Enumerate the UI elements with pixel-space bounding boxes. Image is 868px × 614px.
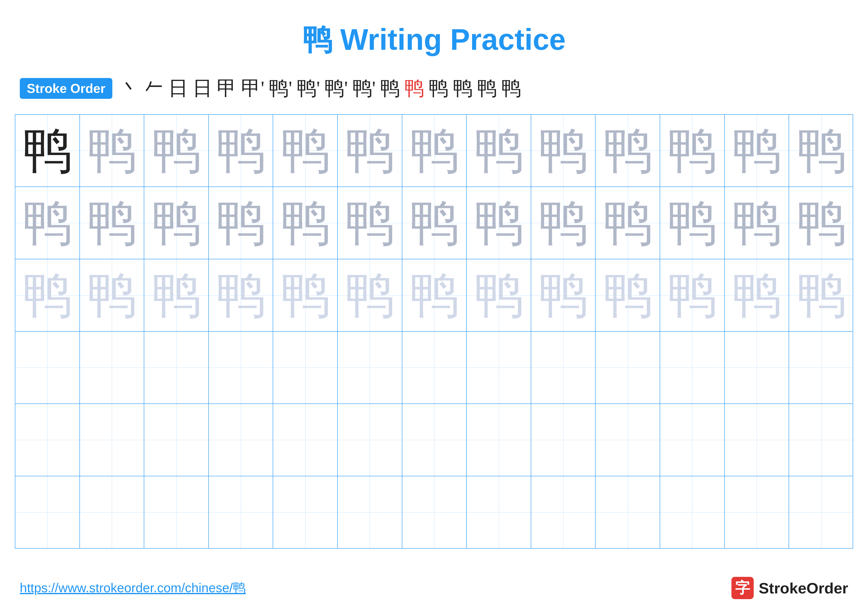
stroke-10: 鸭' <box>352 75 376 102</box>
page-title: 鸭 Writing Practice <box>0 0 868 70</box>
char-display: 鸭 <box>732 198 781 248</box>
cell-2-6: 鸭 <box>338 187 402 259</box>
cell-2-7: 鸭 <box>402 187 467 259</box>
cell-4-13[interactable] <box>789 332 854 404</box>
cell-1-11: 鸭 <box>660 115 725 187</box>
stroke-12: 鸭 <box>404 75 424 102</box>
cell-5-12[interactable] <box>725 404 789 476</box>
cell-4-11[interactable] <box>660 332 725 404</box>
practice-grid: 鸭 鸭 鸭 鸭 鸭 鸭 鸭 鸭 鸭 鸭 鸭 鸭 鸭 鸭 鸭 鸭 鸭 鸭 鸭 鸭 … <box>15 114 853 549</box>
cell-1-12: 鸭 <box>725 115 789 187</box>
cell-1-6: 鸭 <box>338 115 402 187</box>
cell-6-12[interactable] <box>725 476 789 548</box>
grid-row-5 <box>16 404 852 476</box>
cell-4-10[interactable] <box>595 332 660 404</box>
cell-5-9[interactable] <box>531 404 596 476</box>
char-display: 鸭 <box>474 270 524 320</box>
cell-3-1: 鸭 <box>16 259 80 331</box>
char-display: 鸭 <box>23 198 72 248</box>
cell-3-5: 鸭 <box>273 259 338 331</box>
char-display: 鸭 <box>216 270 265 320</box>
stroke-9: 鸭' <box>324 75 348 102</box>
cell-3-9: 鸭 <box>531 259 596 331</box>
cell-6-13[interactable] <box>789 476 854 548</box>
cell-1-3: 鸭 <box>144 115 209 187</box>
stroke-13: 鸭 <box>429 75 448 102</box>
stroke-5: 甲 <box>217 75 237 102</box>
cell-6-11[interactable] <box>660 476 725 548</box>
char-display: 鸭 <box>538 126 588 176</box>
stroke-1: 丶 <box>120 75 140 102</box>
cell-4-8[interactable] <box>467 332 531 404</box>
cell-6-9[interactable] <box>531 476 596 548</box>
cell-4-2[interactable] <box>80 332 144 404</box>
cell-5-4[interactable] <box>209 404 273 476</box>
cell-6-4[interactable] <box>209 476 273 548</box>
cell-2-1: 鸭 <box>16 187 80 259</box>
stroke-2: 𠂉 <box>144 77 164 100</box>
char-display: 鸭 <box>797 198 846 248</box>
char-display: 鸭 <box>345 270 394 320</box>
char-display: 鸭 <box>667 270 717 320</box>
cell-6-6[interactable] <box>338 476 402 548</box>
cell-6-5[interactable] <box>273 476 338 548</box>
footer-url[interactable]: https://www.strokeorder.com/chinese/鸭 <box>20 579 246 597</box>
cell-1-13: 鸭 <box>789 115 854 187</box>
cell-5-6[interactable] <box>338 404 402 476</box>
char-display: 鸭 <box>87 270 136 320</box>
cell-6-2[interactable] <box>80 476 144 548</box>
stroke-4: 日 <box>192 75 212 102</box>
cell-4-4[interactable] <box>209 332 273 404</box>
cell-5-5[interactable] <box>273 404 338 476</box>
char-display: 鸭 <box>797 126 846 176</box>
cell-5-2[interactable] <box>80 404 144 476</box>
stroke-6: 甲' <box>241 75 264 102</box>
char-display: 鸭 <box>23 126 72 176</box>
cell-1-5: 鸭 <box>273 115 338 187</box>
cell-4-1[interactable] <box>16 332 80 404</box>
cell-3-12: 鸭 <box>725 259 789 331</box>
cell-3-11: 鸭 <box>660 259 725 331</box>
cell-3-7: 鸭 <box>402 259 467 331</box>
cell-6-3[interactable] <box>144 476 209 548</box>
cell-3-10: 鸭 <box>595 259 660 331</box>
cell-1-10: 鸭 <box>595 115 660 187</box>
grid-row-3: 鸭 鸭 鸭 鸭 鸭 鸭 鸭 鸭 鸭 鸭 鸭 鸭 鸭 <box>16 259 852 332</box>
cell-2-3: 鸭 <box>144 187 209 259</box>
cell-4-5[interactable] <box>273 332 338 404</box>
cell-3-13: 鸭 <box>789 259 854 331</box>
char-display: 鸭 <box>603 270 653 320</box>
cell-5-13[interactable] <box>789 404 854 476</box>
cell-3-4: 鸭 <box>209 259 273 331</box>
cell-6-1[interactable] <box>16 476 80 548</box>
cell-5-11[interactable] <box>660 404 725 476</box>
cell-4-12[interactable] <box>725 332 789 404</box>
char-display: 鸭 <box>409 126 459 176</box>
title-char: 鸭 <box>302 23 332 56</box>
char-display: 鸭 <box>667 126 717 176</box>
cell-5-1[interactable] <box>16 404 80 476</box>
cell-1-8: 鸭 <box>467 115 531 187</box>
cell-4-6[interactable] <box>338 332 402 404</box>
cell-6-10[interactable] <box>595 476 660 548</box>
cell-5-8[interactable] <box>467 404 531 476</box>
cell-4-3[interactable] <box>144 332 209 404</box>
cell-5-3[interactable] <box>144 404 209 476</box>
stroke-7: 鸭' <box>269 75 292 102</box>
stroke-order-chars: 丶 𠂉 日 日 甲 甲' 鸭' 鸭' 鸭' 鸭' 鸭 鸭 鸭 鸭 鸭 鸭 <box>120 75 521 102</box>
cell-1-7: 鸭 <box>402 115 467 187</box>
cell-1-2: 鸭 <box>80 115 144 187</box>
cell-2-4: 鸭 <box>209 187 273 259</box>
cell-5-7[interactable] <box>402 404 467 476</box>
char-display: 鸭 <box>87 126 136 176</box>
cell-4-7[interactable] <box>402 332 467 404</box>
cell-2-9: 鸭 <box>531 187 596 259</box>
cell-5-10[interactable] <box>595 404 660 476</box>
cell-6-7[interactable] <box>402 476 467 548</box>
grid-row-4 <box>16 332 852 404</box>
cell-3-2: 鸭 <box>80 259 144 331</box>
cell-6-8[interactable] <box>467 476 531 548</box>
cell-4-9[interactable] <box>531 332 596 404</box>
stroke-8: 鸭' <box>297 75 320 102</box>
title-label: Writing Practice <box>340 23 566 56</box>
